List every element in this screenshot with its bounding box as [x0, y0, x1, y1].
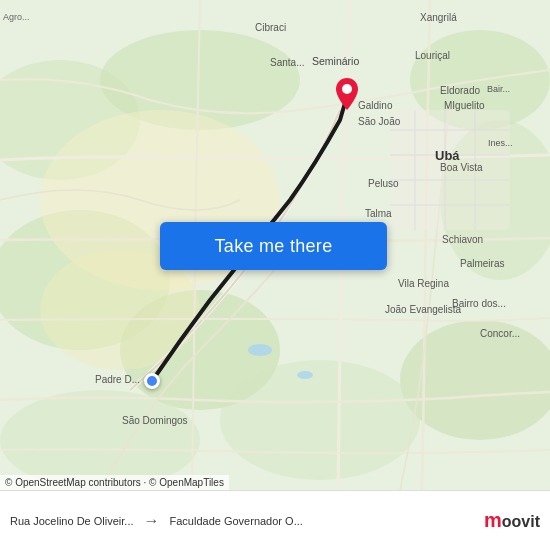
svg-point-22 [342, 84, 352, 94]
svg-point-12 [248, 344, 272, 356]
svg-point-9 [220, 360, 420, 480]
to-label: Faculdade Governador O... [170, 515, 303, 527]
take-me-there-button[interactable]: Take me there [160, 222, 387, 270]
arrow-icon: → [144, 512, 160, 530]
map-attribution: © OpenStreetMap contributors · © OpenMap… [0, 475, 229, 490]
svg-point-13 [297, 371, 313, 379]
moovit-logo: moovit [484, 509, 540, 532]
map-container: Cibraci Xangrilá Louriçal Seminário Eldo… [0, 0, 550, 490]
from-label: Rua Jocelino De Oliveir... [10, 515, 134, 527]
take-me-there-label: Take me there [215, 236, 333, 257]
svg-rect-14 [390, 110, 510, 230]
destination-pin [336, 78, 358, 108]
origin-pin [144, 373, 160, 389]
bottom-bar: Rua Jocelino De Oliveir... → Faculdade G… [0, 490, 550, 550]
